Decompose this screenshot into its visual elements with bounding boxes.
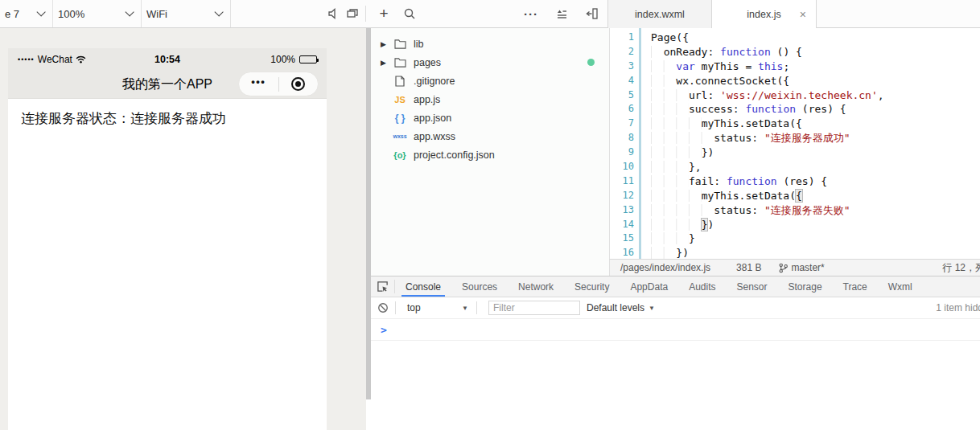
devtools-tab-sources[interactable]: Sources: [451, 276, 508, 297]
clear-console-button[interactable]: [371, 302, 395, 313]
more-options-button[interactable]: ···: [521, 0, 541, 27]
collapse-panel-button[interactable]: [583, 0, 602, 27]
capsule-close-button[interactable]: [279, 72, 319, 96]
tree-item-app-js[interactable]: JSapp.js: [371, 90, 609, 109]
js-file-icon: JS: [392, 95, 408, 104]
tree-item-app-wxss[interactable]: wxssapp.wxss: [371, 127, 609, 145]
status-bar-right: 100%: [212, 54, 317, 65]
tab-index-wxml[interactable]: index.wxml: [607, 0, 712, 28]
wxss-file-icon: wxss: [392, 133, 408, 139]
cursor-position-label: 行 12，列: [942, 261, 980, 275]
context-select[interactable]: top ▼: [396, 302, 476, 313]
tab-label: index.js: [747, 9, 780, 20]
file-explorer: ▶lib▶pages.gitignoreJSapp.js{ }app.jsonw…: [371, 28, 609, 276]
carrier-label: WeChat: [38, 54, 72, 65]
code-line: }): [651, 145, 980, 160]
line-number: 10: [610, 160, 639, 174]
line-number: 15: [610, 231, 639, 246]
json-file-icon: { }: [392, 113, 408, 124]
cascade-windows-icon: [345, 6, 360, 21]
tree-item-label: lib: [414, 39, 424, 50]
tab-label: index.wxml: [635, 9, 685, 20]
line-number: 14: [610, 218, 639, 232]
devtools-tab-audits[interactable]: Audits: [678, 276, 726, 297]
devtools-panel: ConsoleSourcesNetworkSecurityAppDataAudi…: [371, 276, 980, 430]
tree-item-lib[interactable]: ▶lib: [371, 35, 609, 53]
code-line: onReady: function () {: [651, 45, 980, 59]
socket-status-text: 连接服务器状态：连接服务器成功: [21, 111, 226, 126]
app-page-content: 连接服务器状态：连接服务器成功: [8, 99, 327, 138]
code-line: fail: function (res) {: [651, 174, 980, 189]
plus-icon: +: [379, 5, 388, 23]
cascade-windows-button[interactable]: [343, 0, 362, 27]
modified-badge-dot: [587, 59, 595, 66]
devtools-tab-trace[interactable]: Trace: [833, 276, 878, 297]
inspect-element-button[interactable]: [371, 280, 395, 293]
console-filter-input[interactable]: [488, 301, 580, 315]
code-line: }): [651, 218, 980, 232]
code-lines[interactable]: Page({ onReady: function () { var myThis…: [641, 28, 980, 259]
add-file-button[interactable]: +: [374, 0, 393, 27]
phone-status-bar: ••••• WeChat 10:54 100%: [8, 48, 327, 71]
capsule-more-button[interactable]: •••: [239, 72, 278, 96]
target-circle-icon: [291, 77, 305, 91]
editor-tab-bar: index.wxmlindex.js×: [607, 0, 817, 28]
tree-item--gitignore[interactable]: .gitignore: [371, 72, 609, 90]
chevron-right-icon[interactable]: ▶: [381, 59, 392, 67]
line-number: 9: [610, 145, 639, 160]
code-line: },: [651, 160, 980, 174]
toolbar-separator: [365, 6, 366, 22]
outline-toggle-button[interactable]: [552, 0, 571, 27]
status-bar-time: 10:54: [122, 54, 212, 65]
status-bar-left: ••••• WeChat: [18, 54, 122, 65]
devtools-tab-bar: ConsoleSourcesNetworkSecurityAppDataAudi…: [371, 276, 980, 297]
log-levels-select[interactable]: Default levels ▼: [587, 302, 655, 313]
code-line: success: function (res) {: [651, 102, 980, 117]
network-select-value: WiFi: [146, 8, 167, 20]
devtools-tab-storage[interactable]: Storage: [778, 276, 833, 297]
line-number: 13: [610, 203, 639, 218]
collapse-panel-icon: [585, 6, 599, 21]
tree-item-app-json[interactable]: { }app.json: [371, 109, 609, 127]
line-number: 7: [610, 117, 639, 131]
close-tab-icon[interactable]: ×: [800, 9, 806, 20]
devtools-tab-network[interactable]: Network: [508, 276, 564, 297]
code-line: }: [651, 231, 980, 246]
console-toolbar: top ▼ Default levels ▼ 1 item hidd: [371, 297, 980, 319]
phone-screen: ••••• WeChat 10:54 100%: [8, 48, 327, 430]
capsule-buttons: •••: [238, 72, 319, 96]
chevron-right-icon[interactable]: ▶: [381, 40, 392, 48]
devtools-tab-security[interactable]: Security: [564, 276, 620, 297]
tree-item-pages[interactable]: ▶pages: [371, 53, 609, 72]
tab-index-js[interactable]: index.js×: [712, 0, 817, 29]
code-line: Page({: [651, 31, 980, 45]
devtools-tab-wxml[interactable]: Wxml: [878, 276, 923, 297]
line-number: 6: [610, 102, 639, 117]
device-select[interactable]: e 7: [0, 0, 53, 27]
devtools-tab-appdata[interactable]: AppData: [620, 276, 678, 297]
code-editor[interactable]: 12345678910111213141516 Page({ onReady: …: [609, 28, 980, 259]
tree-item-label: pages: [414, 57, 441, 68]
tree-item-project-config-json[interactable]: {o}project.config.json: [371, 145, 609, 164]
zoom-select[interactable]: 100%: [53, 0, 142, 27]
gutter-numbers: 12345678910111213141516: [610, 28, 639, 259]
code-line: status: "连接服务器失败": [651, 203, 980, 218]
sound-button[interactable]: [323, 0, 343, 27]
tree-item-label: .gitignore: [414, 76, 455, 87]
console-prompt-row[interactable]: >: [371, 319, 980, 341]
tree-item-label: app.js: [414, 94, 440, 105]
search-button[interactable]: [400, 0, 419, 27]
code-line: myThis.setData({: [651, 117, 980, 131]
tree-item-label: project.config.json: [414, 149, 495, 161]
caret-down-icon: ▼: [649, 305, 655, 312]
devtools-tab-sensor[interactable]: Sensor: [727, 276, 778, 297]
file-size-label: 381 B: [736, 262, 761, 273]
devtools-tab-console[interactable]: Console: [395, 276, 451, 297]
code-line: }): [651, 246, 980, 259]
network-select[interactable]: WiFi: [142, 0, 231, 27]
code-line: var myThis = this;: [651, 59, 980, 74]
code-line: myThis.setData({: [651, 189, 980, 203]
context-select-value: top: [407, 302, 457, 313]
wifi-icon: [76, 55, 86, 63]
tree-item-label: app.json: [414, 113, 451, 124]
